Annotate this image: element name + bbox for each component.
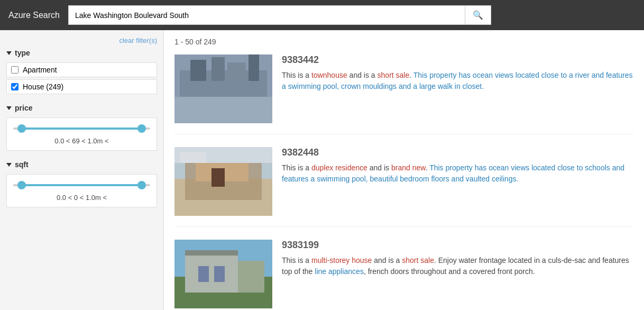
price-range-thumb-right[interactable] [137,124,146,133]
sqft-range-fill [19,184,144,186]
chevron-down-icon [6,51,12,55]
highlight: duplex residence [311,163,367,172]
filter-type-title: type [6,49,157,57]
result-description: This is a townhouse and is a short sale.… [282,70,633,92]
svg-rect-17 [238,261,264,293]
result-description: This is a multi-storey house and is a sh… [282,255,633,277]
checkbox-house-label: House (249) [23,83,63,91]
highlight: multi-storey house [311,256,372,265]
highlight: schools [585,163,610,172]
svg-rect-5 [249,54,259,81]
svg-rect-19 [198,266,209,282]
svg-rect-6 [174,97,272,123]
chevron-down-icon [6,163,12,167]
result-image [174,54,272,123]
result-id: 9382448 [282,147,633,158]
sqft-range-container: 0.0 < 0 < 1.0m < [6,174,157,207]
sqft-range-thumb-right[interactable] [137,181,146,189]
filter-price: price 0.0 < 69 < 1.0m < [6,104,157,151]
highlight: townhouse [311,71,347,79]
result-image [174,240,272,308]
svg-rect-11 [211,168,225,187]
result-item: 9382448 This is a duplex residence and i… [174,147,633,227]
results-panel: 1 - 50 of 249 9383442 This is a townhous… [164,30,644,310]
result-description: This is a duplex residence and is brand … [282,162,633,185]
result-image-svg [174,54,272,123]
price-range-track [13,127,150,130]
sidebar: clear filter(s) type Apartment House (24… [0,30,164,310]
filter-sqft: sqft 0.0 < 0 < 1.0m < [6,160,157,207]
checkbox-apartment[interactable] [11,66,19,74]
app-title: Azure Search [8,11,60,20]
result-item: 9383442 This is a townhouse and is a sho… [174,54,633,134]
result-content: 9383199 This is a multi-storey house and… [282,240,633,308]
sqft-range-thumb-left[interactable] [17,181,26,189]
svg-rect-2 [190,60,206,81]
price-range-label: 0.0 < 69 < 1.0m < [13,137,150,145]
filter-price-title: price [6,104,157,112]
svg-rect-4 [227,62,246,81]
highlight: This property has ocean views located cl… [429,163,585,172]
result-id: 9383442 [282,54,633,66]
result-item: 9383199 This is a multi-storey house and… [174,240,633,310]
result-content: 9383442 This is a townhouse and is a sho… [282,54,633,123]
search-bar: 🔍 [68,5,491,25]
result-content: 9382448 This is a duplex residence and i… [282,147,633,216]
price-range-container: 0.0 < 69 < 1.0m < [6,117,157,151]
filter-type-house[interactable]: House (249) [6,79,157,94]
chevron-down-icon [6,106,12,110]
filter-sqft-title: sqft [6,160,157,169]
result-image-svg [174,147,272,216]
svg-rect-3 [211,57,225,81]
filter-type-apartment[interactable]: Apartment [6,62,157,77]
sqft-range-track [13,184,150,186]
clear-filters-link[interactable]: clear filter(s) [6,34,157,49]
sqft-range-label: 0.0 < 0 < 1.0m < [13,194,150,202]
price-range-thumb-left[interactable] [17,124,26,133]
checkbox-apartment-label: Apartment [23,66,57,74]
highlight: short sale [402,256,434,265]
svg-rect-16 [185,250,238,293]
svg-rect-13 [180,152,206,163]
result-id: 9383199 [282,240,633,251]
header: Azure Search 🔍 [0,0,644,30]
price-range-fill [19,127,144,130]
filter-type: type Apartment House (249) [6,49,157,94]
highlight: line appliances [315,267,364,276]
main-layout: clear filter(s) type Apartment House (24… [0,30,644,310]
highlight: brand new [391,163,426,172]
checkbox-house[interactable] [11,83,19,90]
result-image-svg [174,240,272,308]
svg-rect-18 [185,250,238,256]
results-count: 1 - 50 of 249 [174,38,633,46]
search-button[interactable]: 🔍 [465,5,491,25]
svg-rect-20 [214,266,225,282]
result-image [174,147,272,216]
highlight: short sale [378,71,410,79]
search-input[interactable] [68,5,465,25]
